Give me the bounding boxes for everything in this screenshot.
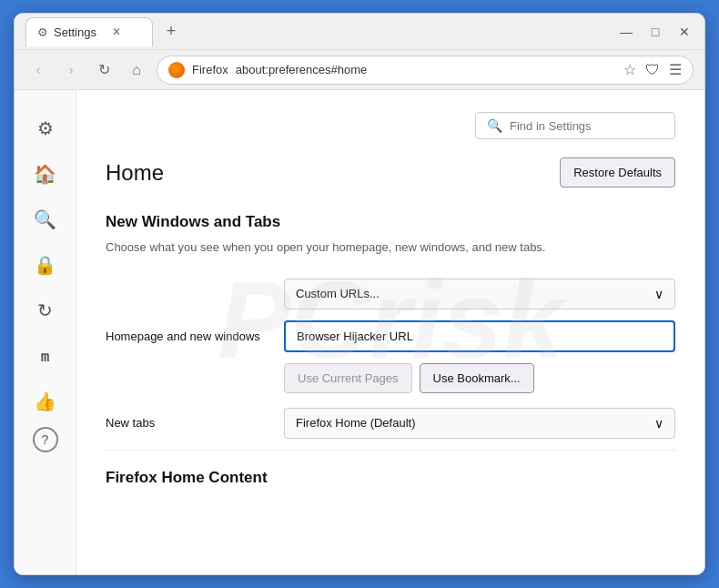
content-area: PCrisk 🔍 Home Restore Defaults New Windo…: [76, 90, 704, 574]
back-button[interactable]: ‹: [25, 57, 51, 83]
find-in-settings-area: 🔍: [106, 112, 675, 139]
new-tabs-row: New tabs Firefox Home (Default): [106, 408, 675, 439]
new-windows-tabs-desc: Choose what you see when you open your h…: [106, 238, 675, 257]
find-search-icon: 🔍: [487, 118, 502, 133]
firefox-logo-icon: [168, 62, 185, 78]
homepage-buttons-row: Use Current Pages Use Bookmark...: [284, 363, 675, 393]
window-controls: — □ ✕: [617, 23, 694, 41]
custom-urls-value: Custom URLs...: [296, 287, 380, 300]
restore-defaults-label: Restore Defaults: [573, 166, 662, 179]
page-title: Home: [106, 160, 164, 186]
sidebar-item-extensions[interactable]: 👍: [25, 381, 66, 421]
use-current-pages-button[interactable]: Use Current Pages: [284, 363, 412, 393]
homepage-url-input[interactable]: [284, 320, 675, 352]
main-area: ⚙ 🏠 🔍 🔒 ↻ m 👍 ? PCrisk 🔍 Home: [15, 90, 704, 574]
use-current-pages-label: Use Current Pages: [298, 371, 399, 385]
sidebar-item-help[interactable]: ?: [33, 427, 58, 452]
nav-bar: ‹ › ↻ ⌂ Firefox about:preferences#home ☆…: [15, 50, 704, 90]
shield-icon[interactable]: 🛡: [645, 62, 660, 78]
custom-urls-control: Custom URLs...: [284, 279, 675, 309]
settings-tab[interactable]: ⚙ Settings ✕: [25, 17, 153, 46]
find-in-settings-input[interactable]: [510, 119, 663, 133]
settings-tab-icon: ⚙: [37, 25, 48, 39]
close-button[interactable]: ✕: [675, 23, 694, 41]
new-tabs-control: Firefox Home (Default): [284, 408, 675, 439]
custom-urls-dropdown[interactable]: Custom URLs...: [284, 279, 675, 309]
tab-close-button[interactable]: ✕: [109, 25, 124, 39]
sidebar-item-sync[interactable]: ↻: [25, 290, 66, 330]
firefox-label: Firefox: [192, 63, 228, 76]
homepage-control: [284, 320, 675, 352]
custom-urls-chevron-icon: [654, 287, 663, 301]
new-windows-tabs-title: New Windows and Tabs: [106, 213, 675, 231]
find-in-settings-input-wrapper[interactable]: 🔍: [475, 112, 675, 139]
minimize-button[interactable]: —: [617, 23, 635, 41]
new-tabs-value: Firefox Home (Default): [296, 416, 415, 430]
new-tabs-dropdown[interactable]: Firefox Home (Default): [284, 408, 675, 439]
custom-urls-row: Custom URLs...: [106, 279, 675, 309]
firefox-home-content-title: Firefox Home Content: [106, 450, 675, 487]
sidebar-item-privacy[interactable]: 🔒: [25, 245, 66, 285]
address-bar[interactable]: Firefox about:preferences#home ☆ 🛡 ☰: [157, 56, 694, 85]
bookmark-icon[interactable]: ☆: [623, 61, 636, 78]
maximize-button[interactable]: □: [646, 23, 664, 41]
settings-tab-label: Settings: [54, 25, 96, 39]
tab-area: ⚙ Settings ✕ +: [25, 17, 610, 46]
new-tab-button[interactable]: +: [160, 21, 182, 43]
menu-icon[interactable]: ☰: [669, 61, 682, 78]
sidebar-item-monitor[interactable]: m: [25, 336, 66, 376]
sidebar-item-search[interactable]: 🔍: [25, 199, 66, 239]
browser-window: ⚙ Settings ✕ + — □ ✕ ‹ › ↻ ⌂ Firefox abo…: [14, 13, 705, 575]
sidebar-item-settings[interactable]: ⚙: [25, 108, 66, 148]
restore-defaults-button[interactable]: Restore Defaults: [560, 157, 675, 188]
use-bookmark-label: Use Bookmark...: [433, 371, 521, 385]
sidebar-item-home[interactable]: 🏠: [25, 154, 66, 194]
homepage-label: Homepage and new windows: [106, 329, 269, 343]
page-header: Home Restore Defaults: [106, 157, 675, 188]
new-tabs-chevron-icon: [654, 416, 663, 431]
sidebar: ⚙ 🏠 🔍 🔒 ↻ m 👍 ?: [15, 90, 76, 574]
address-icons: ☆ 🛡 ☰: [623, 61, 682, 78]
home-button[interactable]: ⌂: [124, 57, 149, 83]
new-windows-tabs-section: New Windows and Tabs Choose what you see…: [106, 213, 675, 439]
reload-button[interactable]: ↻: [91, 57, 116, 83]
address-url: about:preferences#home: [236, 63, 368, 76]
new-tabs-label: New tabs: [106, 416, 269, 430]
use-bookmark-button[interactable]: Use Bookmark...: [420, 363, 534, 393]
forward-button[interactable]: ›: [58, 57, 84, 83]
homepage-setting-row: Homepage and new windows: [106, 320, 675, 352]
title-bar: ⚙ Settings ✕ + — □ ✕: [15, 14, 704, 50]
